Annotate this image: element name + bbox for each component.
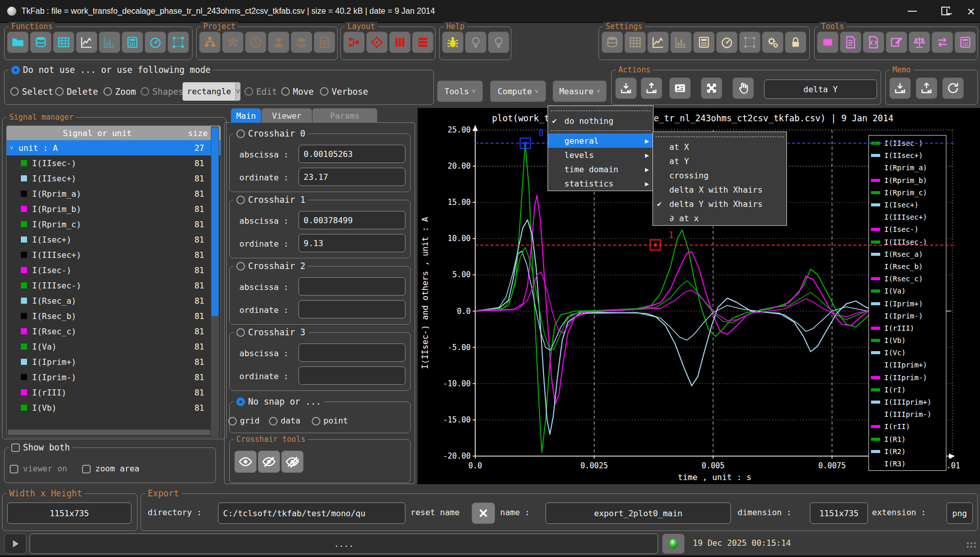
swap-button[interactable] xyxy=(932,32,953,53)
memo-refresh-button[interactable] xyxy=(942,77,964,99)
menubutton-measure[interactable]: Measure˅ xyxy=(553,81,607,102)
columns-button[interactable] xyxy=(389,32,411,53)
snap-radio-point[interactable] xyxy=(312,417,320,426)
tab-viewer[interactable]: Viewer xyxy=(261,108,312,123)
crosshair-2-radio[interactable] xyxy=(236,262,245,271)
signal-row-I(IIIsec+)[interactable]: I(IIIsec+) 81 xyxy=(7,247,221,262)
calculator-button[interactable] xyxy=(955,32,976,53)
bug-button[interactable] xyxy=(442,32,464,53)
crosshair-tools-eye-off-button[interactable] xyxy=(258,450,280,473)
actions-hand-button[interactable] xyxy=(732,77,754,99)
bulb-button[interactable] xyxy=(488,32,509,53)
measure-result-field[interactable]: delta Y xyxy=(764,79,877,99)
signal-column-header[interactable]: Signal or unit xyxy=(7,128,188,138)
table-grid-button[interactable] xyxy=(53,32,74,53)
general-submenu-item--at-x[interactable]: ∂ at x xyxy=(653,211,786,225)
tree-button[interactable] xyxy=(199,32,221,53)
mode-radio-shapes[interactable] xyxy=(141,87,149,96)
gauge-button[interactable] xyxy=(716,32,738,53)
crosshair-1-abscissa-field[interactable]: 0.00378499 xyxy=(298,211,405,229)
signal-row-I(Vb)[interactable]: I(Vb) 81 xyxy=(7,400,221,415)
gears-button[interactable] xyxy=(762,32,783,53)
bar-chart-button[interactable] xyxy=(99,32,120,53)
chevron-expanded-icon[interactable]: ˅ xyxy=(10,144,13,152)
signal-row-I(Rprim_a)[interactable]: I(Rprim_a) 81 xyxy=(7,186,221,201)
signal-group-row-unit-A[interactable]: ˅ unit : A 27 xyxy=(7,140,221,155)
signal-row-I(Rprim_c)[interactable]: I(Rprim_c) 81 xyxy=(7,217,221,232)
crosshair-0-abscissa-field[interactable]: 0.00105263 xyxy=(298,145,405,163)
target-button[interactable] xyxy=(366,32,388,53)
menubutton-tools[interactable]: Tools˅ xyxy=(437,81,483,102)
menu-tearoff[interactable] xyxy=(551,108,650,111)
reset-name-button[interactable] xyxy=(472,502,495,524)
menu-tearoff[interactable] xyxy=(656,134,784,137)
layers-button[interactable] xyxy=(291,32,312,53)
general-submenu-item-delta-y-with-xhairs[interactable]: ✔ delta Y with Xhairs xyxy=(653,197,786,211)
database-button[interactable] xyxy=(602,32,623,53)
signal-row-I(Rsec_c)[interactable]: I(Rsec_c) 81 xyxy=(7,324,221,339)
lock-button[interactable] xyxy=(785,32,806,53)
clock-button[interactable] xyxy=(245,32,266,53)
doc-code-button[interactable] xyxy=(863,32,884,53)
signal-row-I(Iprim-)[interactable]: I(Iprim-) 81 xyxy=(7,369,221,385)
run-button[interactable] xyxy=(4,534,26,554)
calculator-button[interactable] xyxy=(693,32,715,53)
crosshair-1-line[interactable] xyxy=(475,245,954,246)
memo-download-button[interactable] xyxy=(889,77,911,99)
signal-row-I(IIsec+)[interactable]: I(IIsec+) 81 xyxy=(7,171,221,186)
signal-row-I(Isec+)[interactable]: I(Isec+) 81 xyxy=(7,232,221,247)
measure-menu-item-levels[interactable]: levels▶ xyxy=(548,148,653,162)
tab-main[interactable]: Main xyxy=(231,108,261,123)
general-submenu-item-at-y[interactable]: at Y xyxy=(653,154,786,168)
tab-params[interactable]: Params xyxy=(312,108,377,123)
actions-upload-button[interactable] xyxy=(641,77,662,99)
dimension-field[interactable]: 1151x735 xyxy=(810,502,868,524)
snap-radio-data[interactable] xyxy=(269,417,278,426)
general-submenu-item-at-x[interactable]: at X xyxy=(653,140,786,154)
signal-hscrollbar[interactable] xyxy=(8,430,210,435)
signal-row-I(Iprim+)[interactable]: I(Iprim+) 81 xyxy=(7,354,221,369)
crosshair-2-ordinate-field[interactable] xyxy=(298,300,405,319)
crosshair-1-ordinate-field[interactable]: 9.13 xyxy=(298,234,405,252)
signal-row-I(Rprim_b)[interactable]: I(Rprim_b) 81 xyxy=(7,201,221,217)
flower-button[interactable] xyxy=(222,32,243,53)
general-submenu-item-delta-x-with-xhairs[interactable]: delta X with Xhairs xyxy=(653,182,786,197)
mode-radio-zoom[interactable] xyxy=(103,87,112,96)
measure-menu-item-statistics[interactable]: statistics▶ xyxy=(548,176,653,191)
crosshair-3-abscissa-field[interactable] xyxy=(298,343,405,362)
bulb-button[interactable] xyxy=(465,32,486,53)
export-name-field[interactable]: export_2plot0_main xyxy=(546,502,731,524)
resize-grip[interactable] xyxy=(967,542,976,548)
measure-menu-item-general[interactable]: general▶ xyxy=(548,134,653,148)
branch-button[interactable] xyxy=(343,32,365,53)
select-region-button[interactable] xyxy=(168,32,189,53)
mode-radio-verbose[interactable] xyxy=(320,87,329,96)
status-led-button[interactable] xyxy=(662,534,685,554)
mode-radio-edit[interactable] xyxy=(244,87,253,96)
signal-row-I(IIsec-)[interactable]: I(IIsec-) 81 xyxy=(7,155,221,171)
scales-button[interactable] xyxy=(909,32,930,53)
snap-radio-grid[interactable] xyxy=(228,417,237,426)
person-button[interactable] xyxy=(268,32,289,53)
line-chart-button[interactable] xyxy=(76,32,97,53)
size-field[interactable]: 1151x735 xyxy=(7,502,131,524)
crosshair-2-abscissa-field[interactable] xyxy=(298,277,405,296)
general-submenu-item-crossing[interactable]: crossing xyxy=(653,168,786,182)
signal-row-I(IIIsec-)[interactable]: I(IIIsec-) 81 xyxy=(7,278,221,293)
crosshair-1-radio[interactable] xyxy=(236,196,245,204)
chevron-down-icon[interactable]: ˅ xyxy=(235,83,240,100)
signal-list-header[interactable]: Signal or unit size xyxy=(7,126,221,140)
shape-combobox[interactable]: rectangle ˅ xyxy=(182,82,240,101)
crosshair-0-radio[interactable] xyxy=(236,129,245,138)
directory-field[interactable]: C:/tclsoft/tkfab/test/mono/qu xyxy=(218,502,405,524)
no-snap-radio[interactable] xyxy=(236,397,245,406)
show-both-checkbox[interactable] xyxy=(11,443,20,452)
line-chart-button[interactable] xyxy=(647,32,669,53)
note-button[interactable] xyxy=(314,32,335,53)
crosshair-tools-eye-off-2-button[interactable] xyxy=(281,450,304,473)
minimize-icon[interactable] xyxy=(908,11,917,12)
signal-row-I(Isec-)[interactable]: I(Isec-) 81 xyxy=(7,262,221,278)
signal-row-I(Rsec_b)[interactable]: I(Rsec_b) 81 xyxy=(7,308,221,324)
actions-download-button[interactable] xyxy=(615,77,637,99)
close-icon[interactable]: ✕ xyxy=(967,6,975,18)
